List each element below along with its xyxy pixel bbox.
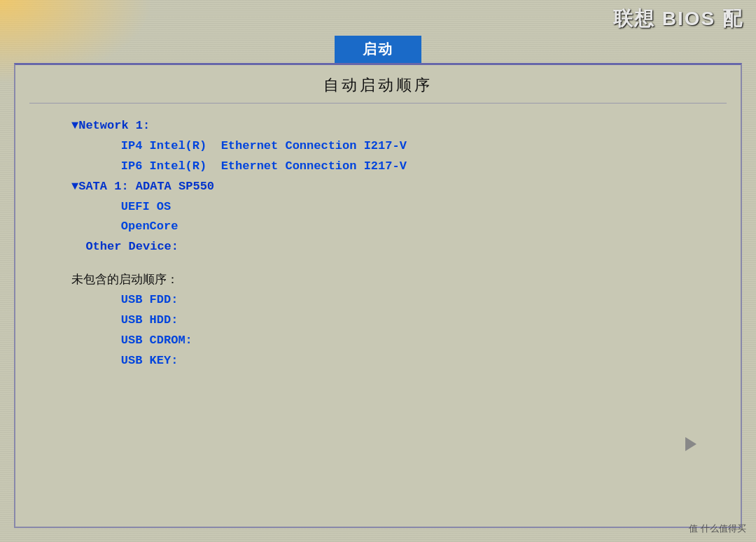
excluded-boot-item[interactable]: USB HDD: — [71, 311, 706, 331]
boot-order-list: ▼Network 1: IP4 Intel(R) Ethernet Connec… — [15, 104, 741, 378]
boot-order-item[interactable]: ▼Network 1: — [71, 116, 706, 136]
tab-row: 启动 — [0, 36, 756, 63]
excluded-header: 未包含的启动顺序： — [71, 270, 706, 290]
excluded-boot-item[interactable]: USB KEY: — [71, 351, 706, 371]
watermark: 值 什么值得买 — [689, 522, 746, 535]
tab-boot[interactable]: 启动 — [335, 36, 421, 63]
excluded-boot-item[interactable]: USB CDROM: — [71, 331, 706, 351]
mouse-cursor — [685, 437, 696, 451]
boot-order-item[interactable]: ▼SATA 1: ADATA SP550 — [71, 177, 706, 197]
boot-order-item[interactable]: OpenCore — [71, 217, 706, 237]
boot-order-item[interactable]: IP4 Intel(R) Ethernet Connection I217-V — [71, 136, 706, 157]
boot-order-item[interactable]: IP6 Intel(R) Ethernet Connection I217-V — [71, 157, 706, 177]
main-panel: 自动启动顺序 ▼Network 1: IP4 Intel(R) Ethernet… — [14, 63, 742, 528]
boot-order-item[interactable]: UEFI OS — [71, 197, 706, 217]
bios-brand-label: 联想 BIOS 配 — [613, 6, 743, 32]
section-title: 自动启动顺序 — [15, 65, 741, 103]
bios-screen: 联想 BIOS 配 启动 自动启动顺序 ▼Network 1: IP4 Inte… — [0, 0, 756, 542]
excluded-boot-item[interactable]: USB FDD: — [71, 290, 706, 311]
top-bar: 联想 BIOS 配 — [571, 0, 756, 38]
boot-order-item[interactable]: Other Device: — [71, 237, 706, 257]
